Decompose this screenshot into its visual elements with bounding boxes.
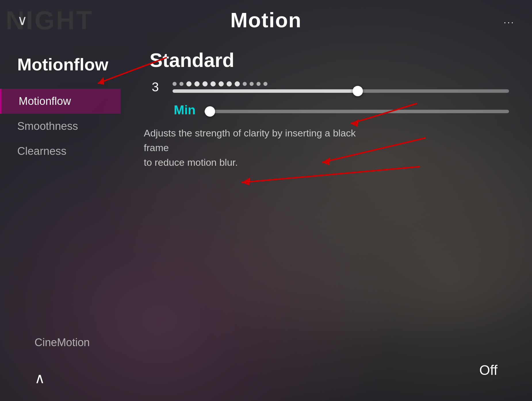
dot-10 — [243, 82, 247, 86]
up-chevron-button[interactable]: ∧ — [17, 367, 62, 390]
smoothness-fill — [173, 89, 358, 93]
smoothness-value: 3 — [144, 80, 167, 94]
dot-13 — [263, 82, 267, 86]
dot-9 — [235, 81, 240, 86]
cinemotion-value-area: Off — [479, 362, 509, 378]
dot-12 — [257, 82, 261, 86]
more-button[interactable]: ... — [504, 15, 515, 26]
smoothness-row: 3 — [144, 80, 509, 94]
clearness-slider-wrapper — [204, 107, 509, 113]
sidebar-item-clearness[interactable]: Clearness — [0, 139, 121, 164]
clearness-slider[interactable] — [204, 110, 509, 113]
dot-8 — [227, 81, 232, 86]
main-content: Standard 3 — [121, 40, 532, 401]
dot-4 — [194, 81, 200, 86]
cinemotion-value: Off — [479, 362, 509, 378]
dot-3 — [186, 81, 192, 86]
sidebar-item-smoothness[interactable]: Smoothness — [0, 114, 121, 139]
clearness-description: Adjusts the strength of clarity by inser… — [144, 123, 374, 176]
sidebar-item-motionflow[interactable]: Motionflow — [0, 89, 121, 114]
sidebar-section-title: Motionflow — [0, 46, 121, 89]
header: ∨ Motion ... — [0, 0, 532, 40]
dot-6 — [210, 81, 216, 86]
clearness-min-label: Min — [144, 103, 196, 117]
sidebar: Motionflow Motionflow Smoothness Clearne… — [0, 40, 121, 401]
dot-1 — [173, 82, 177, 86]
ui-panel: ∨ Motion ... Motionflow Motionflow Smoot… — [0, 0, 532, 401]
motionflow-value: Standard — [144, 49, 509, 71]
clearness-row: Min — [144, 103, 509, 117]
back-button[interactable]: ∨ — [17, 12, 27, 28]
smoothness-slider[interactable] — [173, 89, 509, 93]
page-title: Motion — [230, 8, 302, 32]
dot-2 — [179, 82, 183, 86]
dot-5 — [202, 81, 208, 86]
dot-11 — [250, 82, 254, 86]
dot-7 — [219, 81, 224, 86]
sidebar-item-cinemotion[interactable]: CineMotion — [17, 330, 104, 355]
tv-frame: NIGHT ∨ Motion ... Motionflow Motionflow… — [0, 0, 532, 401]
smoothness-thumb[interactable] — [353, 86, 363, 96]
smoothness-dots — [173, 81, 509, 86]
clearness-thumb[interactable] — [205, 106, 215, 117]
smoothness-slider-container — [173, 81, 509, 93]
